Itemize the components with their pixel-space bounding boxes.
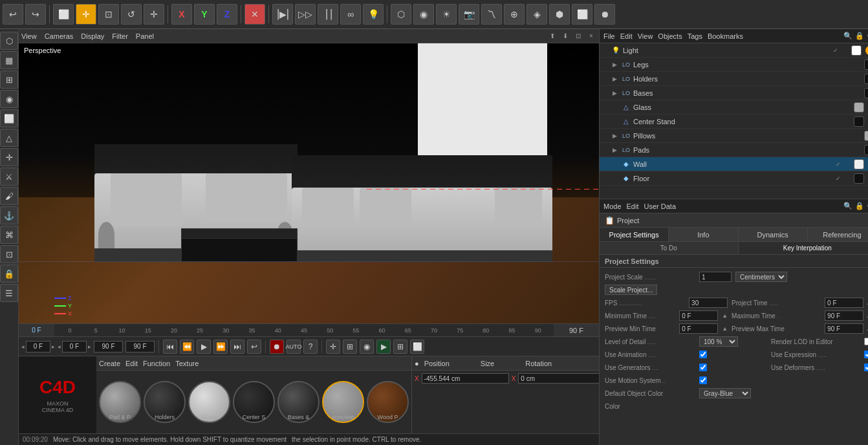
- material-swatch-0[interactable]: Pad & P: [99, 381, 141, 423]
- record-auto-button[interactable]: AUTO: [287, 340, 301, 354]
- tab2-key-interp[interactable]: Key Interpolation: [739, 242, 869, 254]
- min-stepper[interactable]: ▲: [722, 312, 728, 319]
- pre-up[interactable]: ▸: [88, 343, 91, 350]
- prev-frame-button[interactable]: ⏪: [180, 340, 194, 354]
- obj-bases[interactable]: ▶ LO Bases: [600, 86, 868, 100]
- next-frame-button[interactable]: ⏩: [213, 340, 228, 354]
- tab-referencing[interactable]: Referencing: [808, 228, 868, 241]
- deform-button[interactable]: 〽: [481, 4, 502, 25]
- redo-button[interactable]: ↪: [25, 4, 46, 25]
- timeline-markers[interactable]: 0 5 10 15 20 25 30 35 40 45 50 55 60 65 …: [54, 327, 554, 334]
- user-data-menu[interactable]: User Data: [644, 202, 677, 210]
- scale-project-button[interactable]: Scale Project...: [605, 285, 657, 295]
- obj-holders[interactable]: ▶ LO Holders: [600, 72, 868, 86]
- sidebar-move[interactable]: ✛: [0, 148, 18, 166]
- motion-record-button[interactable]: ◉: [360, 340, 374, 354]
- obj-pillows[interactable]: ▶ LO Pillows: [600, 129, 868, 143]
- use-motion-checkbox[interactable]: [699, 376, 707, 384]
- frame-up[interactable]: ▸: [52, 343, 55, 350]
- record-button[interactable]: ⏺: [594, 4, 615, 25]
- fullscreen-button[interactable]: ⬜: [410, 340, 424, 354]
- fps-input[interactable]: [689, 298, 728, 308]
- sidebar-cube[interactable]: ⬡: [0, 32, 18, 50]
- obj-glass[interactable]: △ Glass: [600, 100, 868, 114]
- use-animation-checkbox[interactable]: [699, 351, 707, 358]
- camera-button[interactable]: 📷: [459, 4, 479, 25]
- cameras-menu[interactable]: Cameras: [45, 32, 74, 40]
- r-edit-menu[interactable]: Edit: [620, 32, 633, 40]
- project-scale-unit-select[interactable]: Centimeters Meters Inches: [735, 272, 787, 282]
- pmin-stepper[interactable]: ▲: [722, 325, 728, 332]
- film2-button[interactable]: ▷▷: [295, 4, 316, 25]
- vctrl-up[interactable]: ⬆: [547, 31, 558, 41]
- view-menu[interactable]: View: [21, 32, 37, 40]
- y-axis-button[interactable]: Y: [194, 4, 215, 25]
- lod-select[interactable]: 100 % 75 % 50 % 25 %: [699, 336, 738, 347]
- use-expression-checkbox[interactable]: [864, 351, 868, 358]
- filter-menu[interactable]: Filter: [112, 32, 127, 40]
- vctrl-down[interactable]: ⬇: [560, 31, 570, 41]
- sidebar-lock[interactable]: 🔒: [0, 265, 18, 283]
- film1-button[interactable]: ⎥▶⎢: [272, 4, 293, 25]
- tab-project-settings[interactable]: Project Settings: [600, 228, 669, 241]
- use-generators-checkbox[interactable]: [699, 364, 707, 371]
- motion-clip-button[interactable]: ✛: [326, 340, 340, 354]
- record-help-button[interactable]: ?: [303, 340, 318, 354]
- obj-legs[interactable]: ▶ LO Legs: [600, 58, 868, 72]
- mode-menu[interactable]: Mode: [603, 202, 622, 210]
- mode-search-icon[interactable]: 🔍: [843, 202, 852, 210]
- obj-light[interactable]: 💡 Light ✓: [600, 43, 868, 58]
- screen-button[interactable]: ⬜: [572, 4, 592, 25]
- viewport-inner[interactable]: Z Y X Perspective: [19, 43, 599, 323]
- film3-button[interactable]: ⎥⎥: [318, 4, 338, 25]
- material-swatch-3[interactable]: Center S: [233, 381, 275, 423]
- material-swatch-6[interactable]: Wood P: [367, 381, 409, 423]
- project-time-input[interactable]: [825, 298, 863, 308]
- tab-info[interactable]: Info: [669, 228, 738, 241]
- material-swatch-4[interactable]: Bases &: [277, 381, 320, 423]
- sidebar-extrude[interactable]: ⊡: [0, 245, 18, 263]
- mode-lock-icon[interactable]: 🔒: [855, 202, 864, 210]
- mat-create-menu[interactable]: Create: [99, 360, 120, 367]
- pos-x2-input[interactable]: [518, 373, 605, 384]
- lock-icon[interactable]: 🔒: [855, 32, 864, 40]
- sidebar-magnet[interactable]: ⌘: [0, 226, 18, 244]
- film5-button[interactable]: 💡: [363, 4, 384, 25]
- obj-wall[interactable]: ◆ Wall ✓: [600, 157, 868, 171]
- current-frame-input[interactable]: [26, 341, 50, 353]
- r-file-menu[interactable]: File: [603, 32, 615, 40]
- sidebar-paint[interactable]: 🖌: [0, 187, 18, 205]
- r-view-menu[interactable]: View: [638, 32, 653, 40]
- search-icon[interactable]: 🔍: [843, 32, 852, 40]
- frame-down[interactable]: ◂: [21, 343, 25, 350]
- effector-button[interactable]: ⊕: [504, 4, 525, 25]
- mat-edit-menu[interactable]: Edit: [125, 360, 138, 367]
- use-deformers-checkbox[interactable]: [864, 364, 868, 371]
- sidebar-cone[interactable]: △: [0, 129, 18, 147]
- sphere-button[interactable]: ◉: [413, 4, 434, 25]
- light3d-button[interactable]: ☀: [436, 4, 457, 25]
- goto-end-button[interactable]: ⏭: [230, 340, 244, 354]
- sidebar-hook[interactable]: ⚓: [0, 206, 18, 224]
- record-button[interactable]: ⏺: [270, 340, 284, 354]
- goto-start-button[interactable]: ⏮: [163, 340, 177, 354]
- r-objects-menu[interactable]: Objects: [658, 32, 682, 40]
- project-scale-input[interactable]: [699, 272, 732, 282]
- cube3d-button[interactable]: ⬡: [391, 4, 411, 25]
- sidebar-knife[interactable]: ⚔: [0, 168, 18, 186]
- sidebar-box[interactable]: ⬜: [0, 109, 18, 127]
- mograph-button[interactable]: ⬢: [549, 4, 570, 25]
- sidebar-extra[interactable]: ☰: [0, 284, 18, 302]
- render-lod-checkbox[interactable]: [864, 338, 868, 345]
- material-swatch-5[interactable]: concrete: [322, 381, 364, 423]
- z-axis-button[interactable]: Z: [217, 4, 237, 25]
- rotate-button[interactable]: ↺: [121, 4, 142, 25]
- sidebar-checker[interactable]: ▦: [0, 51, 18, 69]
- material-swatch-2[interactable]: Glass: [188, 381, 230, 423]
- add-button[interactable]: ✛: [144, 4, 164, 25]
- display-menu[interactable]: Display: [81, 32, 104, 40]
- end-frame-input[interactable]: [94, 341, 123, 353]
- pos-x-input[interactable]: [422, 373, 509, 384]
- play-button[interactable]: ▶: [197, 340, 211, 354]
- tab-dynamics[interactable]: Dynamics: [739, 228, 808, 241]
